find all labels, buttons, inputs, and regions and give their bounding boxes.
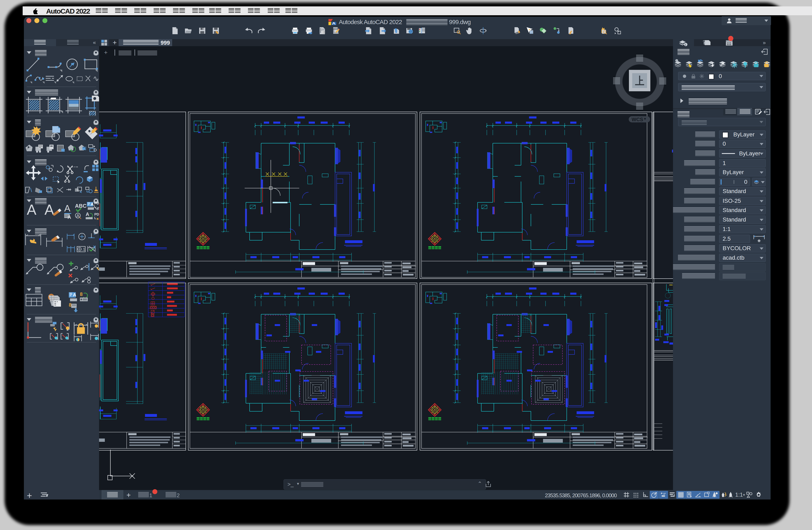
svg-text:.1: .1 bbox=[82, 247, 85, 251]
svg-text:A: A bbox=[68, 214, 71, 220]
svg-text:A: A bbox=[44, 202, 54, 218]
svg-text:8: 8 bbox=[69, 302, 71, 308]
svg-text:A: A bbox=[73, 292, 76, 297]
svg-text:A: A bbox=[91, 202, 93, 207]
svg-text:A: A bbox=[86, 211, 89, 217]
svg-text:A: A bbox=[97, 206, 99, 211]
svg-text:A: A bbox=[27, 202, 37, 218]
svg-text:A: A bbox=[64, 203, 70, 213]
svg-text:X: X bbox=[93, 245, 96, 249]
svg-text:A: A bbox=[76, 213, 79, 218]
svg-text:PDF: PDF bbox=[94, 212, 99, 217]
svg-text:i: i bbox=[685, 43, 686, 46]
svg-text:PDF: PDF bbox=[94, 201, 99, 205]
svg-text:B: B bbox=[688, 492, 691, 496]
svg-text:8: 8 bbox=[80, 291, 83, 297]
